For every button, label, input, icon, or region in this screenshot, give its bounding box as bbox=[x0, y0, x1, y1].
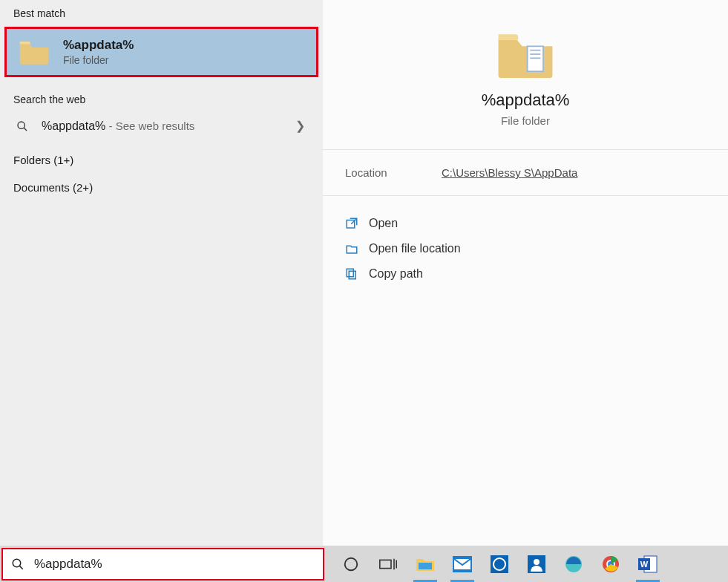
word-icon[interactable]: W bbox=[634, 551, 661, 578]
task-view-icon[interactable] bbox=[375, 551, 401, 578]
cortana-ring-icon[interactable] bbox=[338, 551, 364, 578]
svg-line-10 bbox=[20, 566, 23, 569]
best-match-title: %appdata% bbox=[63, 38, 134, 53]
best-match-subtitle: File folder bbox=[63, 54, 134, 66]
copy-icon bbox=[345, 267, 358, 281]
best-match-result[interactable]: %appdata% File folder bbox=[4, 27, 318, 77]
svg-rect-15 bbox=[419, 563, 432, 569]
mail-icon[interactable] bbox=[449, 551, 476, 578]
file-explorer-icon[interactable] bbox=[412, 551, 439, 578]
open-label: Open bbox=[369, 217, 398, 230]
web-result-row[interactable]: %appdata% - See web results ❯ bbox=[0, 111, 323, 140]
search-icon bbox=[13, 120, 31, 132]
category-documents[interactable]: Documents (2+) bbox=[0, 174, 323, 201]
svg-rect-8 bbox=[347, 269, 353, 277]
location-icon bbox=[345, 242, 358, 255]
web-result-text: %appdata% - See web results bbox=[42, 120, 295, 133]
svg-rect-7 bbox=[349, 271, 355, 279]
search-box[interactable] bbox=[1, 548, 324, 581]
open-icon bbox=[345, 217, 358, 230]
search-icon bbox=[3, 558, 33, 571]
people-icon[interactable] bbox=[523, 551, 550, 578]
search-web-header: Search the web bbox=[0, 86, 323, 111]
best-match-header: Best match bbox=[0, 0, 323, 25]
open-location-label: Open file location bbox=[369, 242, 461, 255]
search-input[interactable] bbox=[33, 556, 323, 572]
svg-point-0 bbox=[18, 122, 24, 128]
open-action[interactable]: Open bbox=[345, 211, 706, 236]
svg-text:W: W bbox=[640, 560, 649, 569]
category-folders[interactable]: Folders (1+) bbox=[0, 146, 323, 174]
location-label: Location bbox=[345, 166, 442, 179]
copy-path-action[interactable]: Copy path bbox=[345, 261, 706, 287]
svg-point-11 bbox=[345, 558, 358, 570]
preview-title: %appdata% bbox=[338, 91, 713, 110]
folder-large-icon bbox=[496, 28, 555, 80]
dell-icon[interactable] bbox=[486, 551, 513, 578]
open-file-location-action[interactable]: Open file location bbox=[345, 236, 706, 261]
preview-subtitle: File folder bbox=[338, 114, 713, 127]
chevron-right-icon: ❯ bbox=[295, 119, 309, 133]
folder-icon bbox=[19, 39, 50, 65]
chrome-icon[interactable] bbox=[597, 551, 624, 578]
edge-icon[interactable] bbox=[560, 551, 587, 578]
svg-rect-12 bbox=[380, 560, 391, 568]
location-link[interactable]: C:\Users\Blessy S\AppData bbox=[442, 166, 706, 179]
svg-point-9 bbox=[13, 559, 21, 567]
svg-line-1 bbox=[24, 128, 27, 131]
svg-point-20 bbox=[534, 559, 540, 565]
taskbar: W bbox=[326, 551, 728, 578]
copy-path-label: Copy path bbox=[369, 267, 423, 281]
